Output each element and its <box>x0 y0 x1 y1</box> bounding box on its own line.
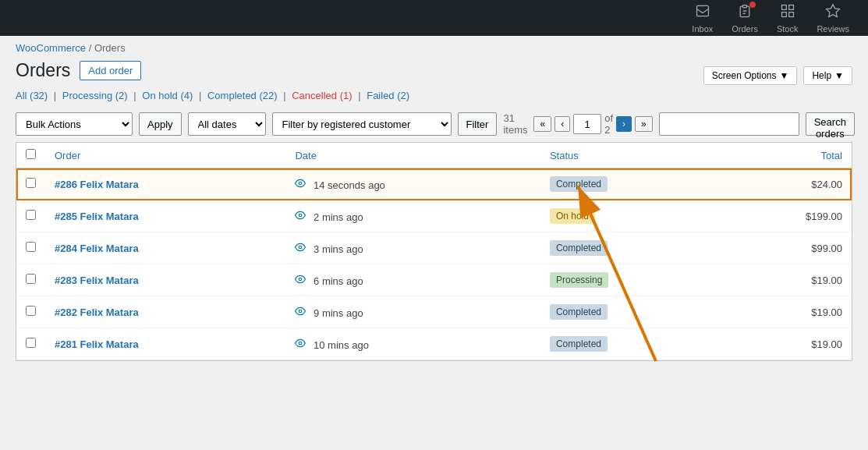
inbox-nav-item[interactable]: Inbox <box>686 0 719 37</box>
status-badge: Completed <box>550 336 608 352</box>
filter-link-on-hold[interactable]: On hold (4) <box>142 90 193 101</box>
row-checkbox-cell <box>16 328 45 360</box>
row-date-cell: 10 mins ago <box>285 328 540 360</box>
toolbar-right: 31 items « ‹ of 2 › » Search orders <box>503 112 854 136</box>
row-checkbox[interactable] <box>26 210 36 220</box>
row-checkbox[interactable] <box>26 242 36 252</box>
current-page-input[interactable] <box>573 114 601 134</box>
row-date-cell: 9 mins ago <box>285 296 540 328</box>
table-wrapper: Order Date Status Total #286 Felix Matar… <box>16 142 852 361</box>
row-order-cell: #284 Felix Matara <box>45 232 285 264</box>
svg-rect-1 <box>743 5 747 7</box>
svg-point-12 <box>299 278 303 281</box>
order-link[interactable]: #286 Felix Matara <box>55 179 139 190</box>
toolbar: Bulk Actions Apply All dates Filter by r… <box>0 106 868 142</box>
table-row: #282 Felix Matara 9 mins agoCompleted$19… <box>16 296 852 328</box>
breadcrumb-separator: / <box>89 42 94 54</box>
bulk-actions-select[interactable]: Bulk Actions <box>16 112 133 136</box>
orders-table-body: #286 Felix Matara 14 seconds agoComplete… <box>16 168 852 360</box>
row-checkbox[interactable] <box>26 178 36 188</box>
row-date: 2 mins ago <box>314 211 363 223</box>
inbox-icon <box>695 3 710 23</box>
table-row: #283 Felix Matara 6 mins agoProcessing$1… <box>16 264 852 296</box>
svg-rect-7 <box>788 12 793 16</box>
row-status-cell: Completed <box>540 168 722 200</box>
row-total-cell: $24.00 <box>722 168 852 200</box>
row-date-cell: 14 seconds ago <box>285 168 540 200</box>
order-link[interactable]: #285 Felix Matara <box>55 211 139 222</box>
filter-link-cancelled[interactable]: Cancelled (1) <box>292 90 352 101</box>
reviews-nav-item[interactable]: Reviews <box>810 0 856 37</box>
row-order-cell: #285 Felix Matara <box>45 200 285 232</box>
stock-icon <box>780 3 795 23</box>
order-link[interactable]: #283 Felix Matara <box>55 275 139 286</box>
order-link[interactable]: #284 Felix Matara <box>55 243 139 254</box>
breadcrumb-parent-link[interactable]: WooCommerce <box>16 42 86 54</box>
row-order-cell: #286 Felix Matara <box>45 168 285 200</box>
row-status-cell: Completed <box>540 232 722 264</box>
select-all-header <box>16 143 45 168</box>
eye-icon <box>295 179 309 191</box>
pagination: « ‹ of 2 › » <box>533 112 652 136</box>
row-checkbox-cell <box>16 296 45 328</box>
filter-link-all[interactable]: All (32) <box>16 90 48 101</box>
stock-nav-item[interactable]: Stock <box>771 0 805 37</box>
row-date: 3 mins ago <box>314 243 363 255</box>
status-column-header[interactable]: Status <box>540 143 722 168</box>
row-total-cell: $99.00 <box>722 232 852 264</box>
svg-rect-0 <box>696 5 708 16</box>
table-row: #281 Felix Matara 10 mins agoCompleted$1… <box>16 328 852 360</box>
prev-page-button[interactable]: ‹ <box>554 116 570 132</box>
first-page-button[interactable]: « <box>533 116 551 132</box>
row-order-cell: #283 Felix Matara <box>45 264 285 296</box>
breadcrumb: WooCommerce / Orders <box>0 36 868 60</box>
row-date-cell: 2 mins ago <box>285 200 540 232</box>
svg-rect-4 <box>781 5 786 9</box>
total-column-header[interactable]: Total <box>722 143 852 168</box>
screen-options-button[interactable]: Screen Options ▼ <box>703 66 798 85</box>
row-order-cell: #282 Felix Matara <box>45 296 285 328</box>
inbox-label: Inbox <box>692 24 713 34</box>
order-link[interactable]: #282 Felix Matara <box>55 306 139 318</box>
table-header: Order Date Status Total <box>16 143 852 168</box>
row-order-cell: #281 Felix Matara <box>45 328 285 360</box>
row-checkbox-cell <box>16 168 45 200</box>
row-total-cell: $19.00 <box>722 296 852 328</box>
table-row: #285 Felix Matara 2 mins agoOn hold$199.… <box>16 200 852 232</box>
reviews-label: Reviews <box>817 24 849 34</box>
filter-link-completed[interactable]: Completed (22) <box>207 90 278 101</box>
help-button[interactable]: Help ▼ <box>803 66 852 85</box>
screen-options-arrow: ▼ <box>780 70 789 81</box>
svg-point-11 <box>299 246 303 249</box>
last-page-button[interactable]: » <box>635 116 653 132</box>
order-link[interactable]: #281 Felix Matara <box>55 338 139 350</box>
svg-point-14 <box>299 342 303 345</box>
breadcrumb-current: Orders <box>94 42 126 54</box>
row-checkbox[interactable] <box>26 306 36 316</box>
row-checkbox[interactable] <box>26 338 36 348</box>
apply-button[interactable]: Apply <box>139 112 182 136</box>
search-orders-input[interactable] <box>659 112 799 136</box>
orders-nav-item[interactable]: Orders <box>725 0 764 37</box>
order-column-header[interactable]: Order <box>45 143 285 168</box>
filter-links: All (32) | Processing (2) | On hold (4) … <box>0 85 868 106</box>
search-orders-button[interactable]: Search orders <box>806 112 855 136</box>
status-badge: Completed <box>550 304 608 320</box>
filter-customer-select[interactable]: Filter by registered customer <box>272 112 452 136</box>
filter-link-failed[interactable]: Failed (2) <box>367 90 409 101</box>
stock-label: Stock <box>777 24 799 34</box>
date-column-header[interactable]: Date <box>285 143 540 168</box>
next-page-button[interactable]: › <box>616 116 632 132</box>
add-order-button[interactable]: Add order <box>80 61 141 80</box>
svg-point-13 <box>299 310 303 313</box>
row-checkbox[interactable] <box>26 274 36 284</box>
svg-rect-5 <box>788 5 793 9</box>
row-total-cell: $19.00 <box>722 328 852 360</box>
filter-link-processing[interactable]: Processing (2) <box>62 90 128 101</box>
eye-icon <box>295 243 309 255</box>
row-total-cell: $199.00 <box>722 200 852 232</box>
all-dates-select[interactable]: All dates <box>188 112 266 136</box>
select-all-checkbox[interactable] <box>26 149 36 159</box>
of-pages-text: of 2 <box>604 112 613 136</box>
filter-button[interactable]: Filter <box>458 112 498 136</box>
